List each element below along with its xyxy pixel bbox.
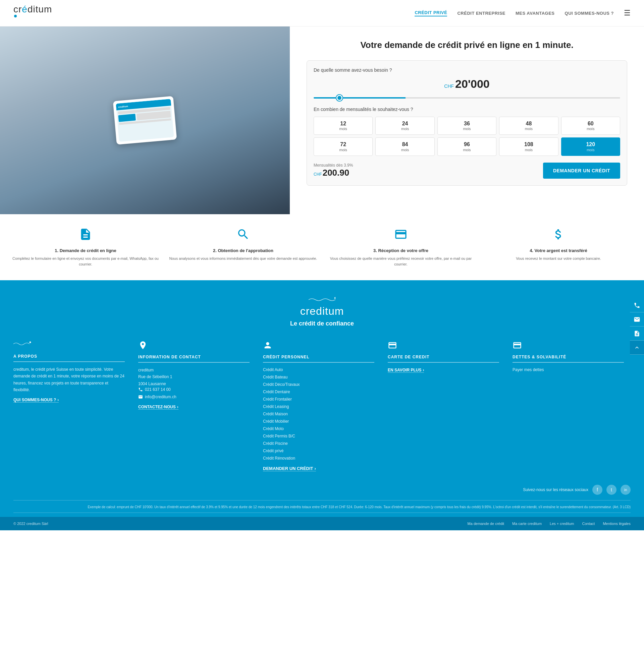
contactez-link[interactable]: CONTACTEZ-NOUS › xyxy=(138,405,179,410)
bottom-link-mentions-légales[interactable]: Mentions légales xyxy=(603,522,630,526)
amount-display: CHF20'000 xyxy=(314,77,620,91)
step-title-3: 3. Réception de votre offre xyxy=(325,248,476,253)
scroll-up-icon[interactable] xyxy=(630,341,644,355)
bottom-link-ma-carte-creditum[interactable]: Ma carte creditum xyxy=(512,522,542,526)
nav-credit-prive[interactable]: CRÉDIT PRIVÉ xyxy=(415,10,447,17)
logo-text: créditum xyxy=(14,4,52,15)
months-grid: 12mois24mois36mois48mois60mois72mois84mo… xyxy=(314,117,620,156)
credit-link-crédit-leasing[interactable]: Crédit Leasing xyxy=(263,404,374,410)
phone-icon[interactable] xyxy=(630,298,644,312)
monthly-label: Mensualités dès 3.9% xyxy=(314,163,353,168)
month-btn-48[interactable]: 48mois xyxy=(499,117,558,135)
demander-link[interactable]: DEMANDER UN CRÉDIT › xyxy=(263,466,316,471)
month-btn-84[interactable]: 84mois xyxy=(375,138,434,155)
logo-dot xyxy=(14,15,17,18)
copyright: © 2022 creditum Sàrl xyxy=(14,522,48,526)
sidebar-contact xyxy=(630,298,644,355)
email-icon[interactable] xyxy=(630,312,644,326)
contact-phone[interactable]: 021 637 14 00 xyxy=(138,387,250,392)
amount-slider-container xyxy=(314,94,620,100)
credit-link-crédit-déco/travaux[interactable]: Crédit Déco/Travaux xyxy=(263,382,374,388)
steps-section: 1. Demande de crédit en ligne Complétez … xyxy=(0,214,644,280)
credit-link-crédit-permis-b/c[interactable]: Crédit Permis B/C xyxy=(263,433,374,439)
month-btn-12[interactable]: 12mois xyxy=(314,117,373,135)
hamburger-menu[interactable]: ☰ xyxy=(624,9,630,18)
bottom-links: Ma demande de créditMa carte creditumLes… xyxy=(467,522,630,526)
logo[interactable]: créditum xyxy=(14,4,52,22)
cta-button[interactable]: DEMANDER UN CRÉDIT xyxy=(543,163,620,179)
month-btn-96[interactable]: 96mois xyxy=(437,138,497,155)
monthly-amount: CHF200.90 xyxy=(314,168,353,178)
hero-person: creditum xyxy=(0,26,290,214)
amount-question: De quelle somme avez-vous besoin ? xyxy=(314,67,620,73)
month-btn-60[interactable]: 60mois xyxy=(561,117,620,135)
facebook-icon[interactable]: f xyxy=(592,485,602,495)
social-text: Suivez-nous sur les réseaux sociaux xyxy=(523,486,588,493)
contact-email[interactable]: info@creditum.ch xyxy=(138,394,250,399)
hero-section: creditum Votre demande d xyxy=(0,26,644,214)
footer-col-dettes: Dettes & Solvabilité Payer mes dettes xyxy=(506,341,630,471)
wave-decoration xyxy=(308,297,336,303)
footer-logo-text: creditum xyxy=(300,305,344,317)
step-icon-1 xyxy=(10,227,161,244)
nav-credit-entreprise[interactable]: CRÉDIT ENTREPRISE xyxy=(457,11,505,16)
contact-address1: Rue de Sébeillon 1 xyxy=(138,373,250,380)
bottom-link-ma-demande-de-crédit[interactable]: Ma demande de crédit xyxy=(467,522,504,526)
month-btn-72[interactable]: 72mois xyxy=(314,138,373,155)
credit-link-crédit-privé[interactable]: Crédit privé xyxy=(263,448,374,454)
month-btn-108[interactable]: 108mois xyxy=(499,138,558,155)
step-icon-2 xyxy=(168,227,319,244)
linkedin-icon[interactable]: in xyxy=(621,485,630,495)
monthly-currency: CHF xyxy=(314,172,322,177)
month-btn-120[interactable]: 120mois xyxy=(561,138,620,155)
credit-perso-icon xyxy=(263,341,374,352)
step-desc-4: Vous recevez le montant sur votre compte… xyxy=(483,256,634,262)
step-icon-4 xyxy=(483,227,634,244)
social-label: Suivez-nous sur les réseaux sociaux xyxy=(523,486,588,493)
nav-mes-avantages[interactable]: MES AVANTAGES xyxy=(515,11,555,16)
credit-link-crédit-bateau[interactable]: Crédit Bateau xyxy=(263,374,374,380)
footer-tagline: Le crédit de confiance xyxy=(14,320,630,327)
footer-columns: A PROPOS creditum, le crédit privé Suiss… xyxy=(14,341,630,471)
credit-link-crédit-auto[interactable]: Crédit Auto xyxy=(263,367,374,373)
footer-legal: Exemple de calcul: emprunt de CHF 10'000… xyxy=(14,500,630,517)
credit-link-crédit-dentaire[interactable]: Crédit Dentaire xyxy=(263,389,374,395)
en-savoir-link[interactable]: EN SAVOIR PLUS › xyxy=(388,368,424,373)
step-icon-3 xyxy=(325,227,476,244)
credit-link-crédit-moto[interactable]: Crédit Moto xyxy=(263,426,374,432)
header: créditum CRÉDIT PRIVÉ CRÉDIT ENTREPRISE … xyxy=(0,0,644,26)
apropos-title: A PROPOS xyxy=(14,354,125,362)
credit-link-crédit-maison[interactable]: Crédit Maison xyxy=(263,411,374,417)
credit-link-crédit-piscine[interactable]: Crédit Piscine xyxy=(263,440,374,446)
apropos-text: creditum, le crédit privé Suisse en tout… xyxy=(14,366,125,393)
svg-point-1 xyxy=(29,342,31,343)
hero-title: Votre demande de crédit privé en ligne e… xyxy=(306,40,627,50)
footer-col-carte-credit: CARTE DE CREDIT EN SAVOIR PLUS › xyxy=(381,341,506,471)
month-btn-24[interactable]: 24mois xyxy=(375,117,434,135)
contact-phone-text: 021 637 14 00 xyxy=(145,387,171,392)
footer-col-credit-perso: CRÉDIT PERSONNEL Crédit AutoCrédit Batea… xyxy=(256,341,381,471)
svg-point-0 xyxy=(335,297,336,299)
dettes-icon xyxy=(512,341,624,352)
month-btn-36[interactable]: 36mois xyxy=(437,117,497,135)
credit-link-crédit-frontalier[interactable]: Crédit Frontalier xyxy=(263,396,374,402)
hero-image: creditum xyxy=(0,26,290,214)
footer-bottom: © 2022 creditum Sàrl Ma demande de crédi… xyxy=(0,517,644,530)
bottom-link-les-+-creditum[interactable]: Les + creditum xyxy=(550,522,574,526)
bottom-link-contact[interactable]: Contact xyxy=(582,522,595,526)
carte-credit-title: CARTE DE CREDIT xyxy=(388,355,499,363)
credit-link-crédit-rénovation[interactable]: Crédit Rénovation xyxy=(263,455,374,461)
apropos-link[interactable]: QUI SOMMES-NOUS ? › xyxy=(14,397,59,403)
step-title-4: 4. Votre argent est transféré xyxy=(483,248,634,253)
payer-dettes-link[interactable]: Payer mes dettes xyxy=(512,367,624,373)
credit-link-crédit-mobilier[interactable]: Crédit Mobilier xyxy=(263,418,374,425)
credit-perso-links: Crédit AutoCrédit BateauCrédit Déco/Trav… xyxy=(263,367,374,461)
twitter-icon[interactable]: t xyxy=(606,485,617,495)
nav-qui-sommes-nous[interactable]: QUI SOMMES-NOUS ? xyxy=(565,11,614,16)
contact-email-text: info@creditum.ch xyxy=(145,394,177,399)
footer-col-contact: INFORMATION DE CONTACT creditum Rue de S… xyxy=(132,341,256,471)
contact-icon xyxy=(138,341,250,352)
form-icon[interactable] xyxy=(630,326,644,341)
amount-value: 20'000 xyxy=(455,77,490,90)
amount-slider[interactable] xyxy=(314,97,620,99)
